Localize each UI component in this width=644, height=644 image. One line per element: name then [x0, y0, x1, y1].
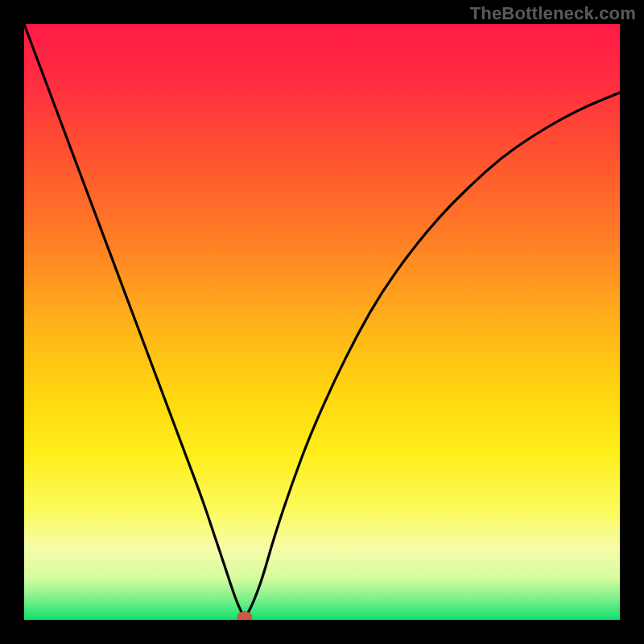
plot-area — [24, 24, 620, 620]
gradient-background — [24, 24, 620, 620]
chart-frame: TheBottleneck.com — [0, 0, 644, 644]
bottleneck-chart — [24, 24, 620, 620]
optimal-point-marker — [237, 612, 252, 620]
watermark-text: TheBottleneck.com — [470, 3, 636, 24]
